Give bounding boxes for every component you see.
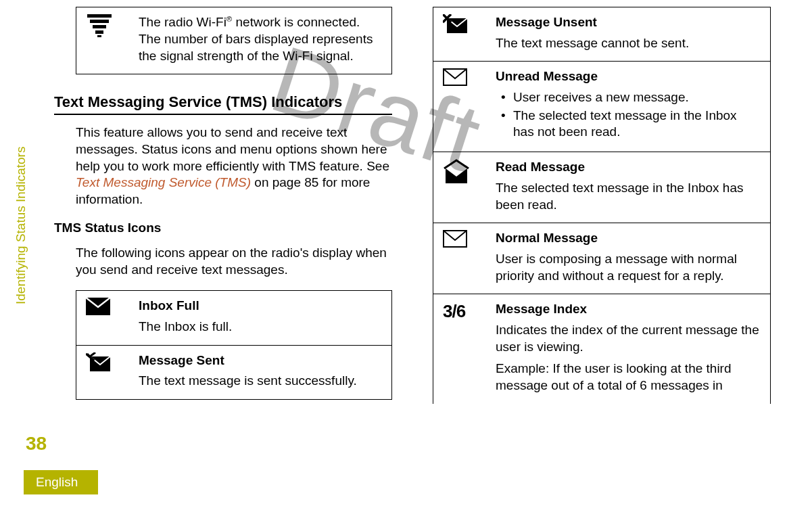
message-sent-icon [76,346,137,399]
text-segment: The radio Wi-Fi [139,15,226,29]
row-title: Read Message [496,159,761,176]
wifi-icon [76,7,137,74]
tms-status-icons-intro: The following icons appear on the radio'… [76,245,392,278]
language-tab: English [24,470,98,494]
svg-rect-2 [93,25,106,28]
row-desc: User is composing a message with normal … [496,251,761,284]
svg-rect-1 [90,20,109,23]
message-sent-text: Message Sent The text message is sent su… [137,346,391,399]
tms-heading: Text Messaging Service (TMS) Indicators [54,93,392,115]
message-index-icon-text: 3/6 [443,301,465,321]
row-desc: The Inbox is full. [139,319,382,336]
wifi-table: The radio Wi-Fi® network is connected. T… [76,7,392,74]
table-row: Unread Message User receives a new messa… [433,61,770,152]
unread-message-text: Unread Message User receives a new messa… [494,62,770,152]
right-column: Message Unsent The text message cannot b… [433,7,771,417]
tms-icons-table-right: Message Unsent The text message cannot b… [433,7,771,404]
tms-intro: This feature allows you to send and rece… [76,124,392,208]
svg-rect-3 [95,30,103,34]
message-index-text: Message Index Indicates the index of the… [494,294,770,403]
row-desc: The text message is sent successfully. [139,373,382,390]
text-segment: This feature allows you to send and rece… [76,125,389,172]
row-title: Normal Message [496,230,761,247]
inbox-full-icon [76,291,137,344]
row-desc: Indicates the index of the current messa… [496,322,761,355]
list-item: The selected text message in the Inbox h… [496,108,761,141]
unread-message-icon [433,62,494,152]
row-title: Unread Message [496,68,761,85]
table-row: Message Unsent The text message cannot b… [433,7,770,61]
normal-message-icon [433,223,494,294]
document-page: Draft Identifying Status Indicators 38 E… [0,0,812,508]
tms-status-icons-heading: TMS Status Icons [54,221,392,235]
page-number: 38 [26,433,47,455]
row-title: Message Index [496,301,761,318]
table-row: The radio Wi-Fi® network is connected. T… [76,7,391,74]
table-row: 3/6 Message Index Indicates the index of… [433,294,770,403]
table-row: Message Sent The text message is sent su… [76,345,391,399]
table-row: Inbox Full The Inbox is full. [76,291,391,344]
row-desc: Example: If the user is looking at the t… [496,361,761,394]
wifi-desc: The radio Wi-Fi® network is connected. T… [137,7,391,74]
row-title: Message Unsent [496,14,761,31]
svg-rect-0 [87,14,112,18]
section-label: Identifying Status Indicators [14,147,28,304]
read-message-icon [433,152,494,223]
message-unsent-text: Message Unsent The text message cannot b… [494,7,770,61]
row-desc: The text message cannot be sent. [496,35,761,52]
left-column: The radio Wi-Fi® network is connected. T… [54,7,392,417]
message-unsent-icon [433,7,494,61]
row-title: Inbox Full [139,298,382,315]
list-item: User receives a new message. [496,89,761,106]
svg-rect-4 [97,35,101,37]
row-desc: The selected text message in the Inbox h… [496,180,761,213]
tms-icons-table-left: Inbox Full The Inbox is full. [76,290,392,400]
page-sidebar: Identifying Status Indicators 38 English [14,0,54,508]
inbox-full-text: Inbox Full The Inbox is full. [137,291,391,344]
table-row: Read Message The selected text message i… [433,152,770,223]
registered-mark: ® [226,15,232,23]
tms-link[interactable]: Text Messaging Service (TMS) [76,175,251,189]
row-title: Message Sent [139,352,382,369]
read-message-text: Read Message The selected text message i… [494,152,770,223]
message-index-icon: 3/6 [433,294,494,403]
normal-message-text: Normal Message User is composing a messa… [494,223,770,294]
table-row: Normal Message User is composing a messa… [433,223,770,294]
